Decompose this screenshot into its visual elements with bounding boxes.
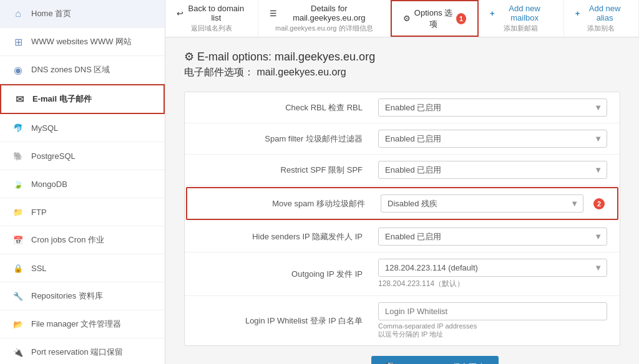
page-title-line2: 电子邮件选项： mail.geekyes.eu.org: [184, 66, 620, 79]
topbar-addmailbox-sublabel: 添加新邮箱: [504, 24, 538, 33]
options-form: Check RBL 检查 RBL Enabled 已启用 Disabled 残疾…: [184, 92, 620, 346]
ftp-icon: [11, 205, 25, 219]
page-title: ⚙ E-mail options: mail.geekyes.eu.org 电子…: [184, 50, 620, 79]
form-row-outgoing-ip: Outgoing IP 发件 IP 128.204.223.114 (defau…: [185, 252, 620, 296]
form-row-hide-senders-ip: Hide senders IP 隐藏发件人 IP Enabled 已启用 Dis…: [185, 221, 620, 252]
form-row-check-rbl: Check RBL 检查 RBL Enabled 已启用 Disabled 残疾…: [185, 92, 620, 123]
topbar-addalias-sublabel: 添加别名: [587, 24, 615, 33]
sidebar-item-home[interactable]: Home 首页: [0, 0, 165, 28]
sidebar-item-repositories-label: Repositories 资料库: [31, 290, 103, 302]
gear-icon: [403, 14, 411, 23]
sidebar-item-ftp-label: FTP: [31, 208, 47, 217]
sidebar-item-postgresql-label: PostgreSQL: [31, 151, 76, 161]
sidebar-item-mongodb-label: MongoDB: [31, 180, 67, 189]
sidebar-item-port-label: Port reservation 端口保留: [31, 347, 123, 358]
control-check-rbl: Enabled 已启用 Disabled 残疾 ▼: [378, 98, 607, 117]
label-move-spam: Move spam 移动垃圾邮件: [200, 198, 374, 209]
plus-icon-alias: [575, 9, 580, 18]
select-restrict-spf[interactable]: Enabled 已启用 Disabled 残疾: [378, 161, 607, 179]
sidebar: Home 首页 WWW websites WWW 网站 DNS zones DN…: [0, 0, 165, 364]
sidebar-item-mysql-label: MySQL: [31, 123, 58, 133]
topbar-back-sublabel: 返回域名列表: [191, 24, 232, 33]
port-icon: [11, 345, 25, 359]
sidebar-item-mysql[interactable]: MySQL: [0, 114, 165, 142]
grid-icon: [11, 35, 25, 49]
label-check-rbl: Check RBL 检查 RBL: [197, 102, 372, 113]
sidebar-item-filemanager[interactable]: File manager 文件管理器: [0, 310, 165, 338]
sidebar-item-repositories[interactable]: Repositories 资料库: [0, 282, 165, 310]
pg-icon: [11, 149, 25, 163]
envelope-icon: [12, 92, 26, 106]
globe-icon: [11, 63, 25, 77]
label-restrict-spf: Restrict SPF 限制 SPF: [197, 165, 372, 176]
sidebar-item-dns[interactable]: DNS zones DNS 区域: [0, 56, 165, 84]
label-spam-filter: Spam filter 垃圾邮件过滤器: [197, 133, 372, 145]
sidebar-item-ssl-label: SSL: [31, 264, 47, 273]
topbar-details[interactable]: Details for mail.geekyes.eu.org mail.gee…: [258, 0, 391, 37]
mysql-icon: [11, 121, 25, 135]
sidebar-item-www-label: WWW websites WWW 网站: [31, 36, 132, 47]
input-login-ip-whitelist[interactable]: [378, 302, 607, 320]
plus-icon-mailbox: [490, 9, 495, 18]
sidebar-item-postgresql[interactable]: PostgreSQL: [0, 142, 165, 170]
label-outgoing-ip: Outgoing IP 发件 IP: [197, 269, 372, 280]
select-check-rbl[interactable]: Enabled 已启用 Disabled 残疾: [378, 98, 607, 117]
label-login-ip-whitelist: Login IP Whitelist 登录 IP 白名单: [197, 315, 372, 327]
control-restrict-spf: Enabled 已启用 Disabled 残疾 ▼: [378, 161, 607, 179]
control-login-ip-whitelist: Comma-separated IP addresses 以逗号分隔的 IP 地…: [378, 302, 607, 339]
sidebar-item-ssl[interactable]: SSL: [0, 254, 165, 282]
main-content: Back to domain list 返回域名列表 Details for m…: [165, 0, 639, 364]
topbar-details-label: Details for mail.geekyes.eu.org: [280, 4, 379, 22]
save-button-label: Save changes 保存更改: [399, 362, 485, 364]
select-outgoing-ip[interactable]: 128.204.223.114 (default): [378, 259, 607, 277]
select-spam-filter[interactable]: Enabled 已启用 Disabled 残疾: [378, 130, 607, 148]
save-button[interactable]: Save changes 保存更改: [371, 356, 499, 364]
sidebar-item-cron[interactable]: Cron jobs Cron 作业: [0, 226, 165, 254]
topbar-add-mailbox[interactable]: Add new mailbox 添加新邮箱: [479, 0, 564, 37]
control-hide-senders-ip: Enabled 已启用 Disabled 残疾 ▼: [378, 228, 607, 246]
cron-icon: [11, 233, 25, 247]
sidebar-item-www[interactable]: WWW websites WWW 网站: [0, 28, 165, 56]
select-hide-senders-ip[interactable]: Enabled 已启用 Disabled 残疾: [378, 228, 607, 246]
login-ip-hint: Comma-separated IP addresses 以逗号分隔的 IP 地…: [378, 322, 607, 339]
form-row-spam-filter: Spam filter 垃圾邮件过滤器 Enabled 已启用 Disabled…: [185, 123, 620, 155]
control-spam-filter: Enabled 已启用 Disabled 残疾 ▼: [378, 130, 607, 148]
topbar-back-label: Back to domain list: [186, 4, 246, 22]
topbar-options[interactable]: Options 选项 1: [391, 0, 479, 37]
sidebar-item-port[interactable]: Port reservation 端口保留: [0, 338, 165, 364]
control-move-spam: Disabled 残疾 Enabled 已启用 ▼: [381, 194, 583, 213]
options-badge: 1: [456, 13, 466, 24]
outgoing-ip-sublabel: 128.204.223.114（默认）: [378, 279, 607, 289]
topbar-back[interactable]: Back to domain list 返回域名列表: [165, 0, 258, 37]
home-icon: [11, 7, 25, 21]
topbar-options-label: Options 选项: [413, 7, 454, 30]
repo-icon: [11, 289, 25, 303]
move-spam-badge: 2: [593, 198, 605, 209]
sidebar-item-mongodb[interactable]: MongoDB: [0, 170, 165, 198]
topbar-addalias-label: Add new alias: [582, 4, 627, 22]
topbar: Back to domain list 返回域名列表 Details for m…: [165, 0, 639, 37]
sidebar-item-filemanager-label: File manager 文件管理器: [31, 318, 121, 330]
form-row-restrict-spf: Restrict SPF 限制 SPF Enabled 已启用 Disabled…: [185, 155, 620, 186]
page-title-line1: ⚙ E-mail options: mail.geekyes.eu.org: [184, 50, 620, 64]
label-hide-senders-ip: Hide senders IP 隐藏发件人 IP: [197, 231, 372, 242]
mongo-icon: [11, 177, 25, 191]
form-row-move-spam: Move spam 移动垃圾邮件 Disabled 残疾 Enabled 已启用…: [186, 187, 618, 220]
sidebar-item-email[interactable]: E-mail 电子邮件: [0, 84, 165, 114]
sidebar-item-ftp[interactable]: FTP: [0, 198, 165, 226]
list-icon: [270, 9, 277, 18]
filemgr-icon: [11, 317, 25, 331]
control-outgoing-ip: 128.204.223.114 (default) ▼ 128.204.223.…: [378, 259, 607, 289]
topbar-add-alias[interactable]: Add new alias 添加别名: [564, 0, 639, 37]
content-area: ⚙ E-mail options: mail.geekyes.eu.org 电子…: [165, 37, 639, 364]
sidebar-item-email-label: E-mail 电子邮件: [32, 93, 92, 105]
form-row-login-ip-whitelist: Login IP Whitelist 登录 IP 白名单 Comma-separ…: [185, 296, 620, 345]
select-move-spam[interactable]: Disabled 残疾 Enabled 已启用: [381, 194, 583, 213]
back-icon: [177, 9, 183, 18]
ssl-icon: [11, 261, 25, 275]
sidebar-item-dns-label: DNS zones DNS 区域: [31, 64, 110, 75]
topbar-details-sublabel: mail.geekyes.eu.org 的详细信息: [275, 24, 373, 33]
topbar-addmailbox-label: Add new mailbox: [497, 4, 552, 22]
sidebar-item-home-label: Home 首页: [31, 8, 71, 19]
sidebar-item-cron-label: Cron jobs Cron 作业: [31, 234, 104, 246]
